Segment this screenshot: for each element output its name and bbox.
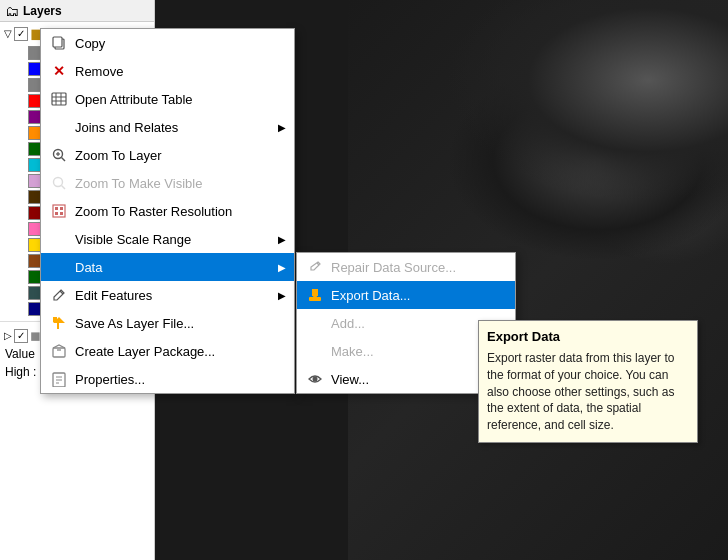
- menu-item-properties[interactable]: Properties...: [41, 365, 294, 393]
- edit-features-arrow: ▶: [278, 290, 286, 301]
- menu-item-visible-scale[interactable]: Visible Scale Range ▶: [41, 225, 294, 253]
- zoom-raster-label: Zoom To Raster Resolution: [75, 204, 286, 219]
- tooltip-title: Export Data: [487, 329, 689, 344]
- svg-rect-13: [53, 205, 65, 217]
- menu-item-zoom-visible[interactable]: Zoom To Make Visible: [41, 169, 294, 197]
- sm-checkbox[interactable]: [14, 329, 28, 343]
- expand-icon[interactable]: ▽: [2, 28, 14, 39]
- edit-features-icon: [49, 285, 69, 305]
- open-attr-label: Open Attribute Table: [75, 92, 286, 107]
- save-layer-icon: [49, 313, 69, 333]
- repair-label: Repair Data Source...: [331, 260, 507, 275]
- svg-rect-20: [312, 289, 318, 296]
- svg-rect-16: [55, 212, 58, 215]
- layer-checkbox[interactable]: [14, 27, 28, 41]
- remove-label: Remove: [75, 64, 286, 79]
- properties-icon: [49, 369, 69, 389]
- svg-line-8: [62, 158, 66, 162]
- submenu-item-repair[interactable]: Repair Data Source...: [297, 253, 515, 281]
- menu-item-open-attr[interactable]: Open Attribute Table: [41, 85, 294, 113]
- submenu-item-export[interactable]: Export Data...: [297, 281, 515, 309]
- menu-item-zoom-layer[interactable]: Zoom To Layer: [41, 141, 294, 169]
- copy-icon: [49, 33, 69, 53]
- menu-item-save-layer[interactable]: Save As Layer File...: [41, 309, 294, 337]
- joins-icon: [49, 117, 69, 137]
- menu-item-copy[interactable]: Copy: [41, 29, 294, 57]
- svg-rect-15: [60, 207, 63, 210]
- visible-scale-arrow: ▶: [278, 234, 286, 245]
- visible-scale-label: Visible Scale Range: [75, 232, 274, 247]
- svg-point-22: [313, 377, 318, 382]
- package-icon: [49, 341, 69, 361]
- joins-arrow: ▶: [278, 122, 286, 133]
- data-icon: [49, 257, 69, 277]
- save-layer-label: Save As Layer File...: [75, 316, 286, 331]
- svg-line-12: [62, 186, 66, 190]
- table-icon: [49, 89, 69, 109]
- tooltip-text: Export raster data from this layer to th…: [487, 350, 689, 434]
- zoom-raster-icon: [49, 201, 69, 221]
- sm-value-label: Value: [5, 347, 35, 361]
- export-icon: [305, 285, 325, 305]
- make-icon: [305, 341, 325, 361]
- zoom-visible-icon: [49, 173, 69, 193]
- visible-scale-icon: [49, 229, 69, 249]
- edit-features-label: Edit Features: [75, 288, 274, 303]
- remove-icon: ✕: [49, 61, 69, 81]
- menu-item-joins[interactable]: Joins and Relates ▶: [41, 113, 294, 141]
- context-menu: Copy ✕ Remove Open Attribute Table Joins…: [40, 28, 295, 394]
- zoom-visible-label: Zoom To Make Visible: [75, 176, 286, 191]
- properties-label: Properties...: [75, 372, 286, 387]
- export-label: Export Data...: [331, 288, 507, 303]
- create-pkg-label: Create Layer Package...: [75, 344, 286, 359]
- svg-rect-17: [60, 212, 63, 215]
- data-label: Data: [75, 260, 274, 275]
- tooltip-box: Export Data Export raster data from this…: [478, 320, 698, 443]
- layers-title: Layers: [23, 4, 62, 18]
- menu-item-edit-features[interactable]: Edit Features ▶: [41, 281, 294, 309]
- svg-rect-25: [53, 317, 57, 322]
- menu-item-zoom-raster[interactable]: Zoom To Raster Resolution: [41, 197, 294, 225]
- menu-item-remove[interactable]: ✕ Remove: [41, 57, 294, 85]
- svg-rect-1: [53, 37, 62, 47]
- joins-label: Joins and Relates: [75, 120, 274, 135]
- data-arrow: ▶: [278, 262, 286, 273]
- layers-header: 🗂 Layers: [0, 0, 154, 22]
- menu-item-data[interactable]: Data ▶ Repair Data Source... Export Data…: [41, 253, 294, 281]
- menu-item-create-pkg[interactable]: Create Layer Package...: [41, 337, 294, 365]
- sm-expand-icon[interactable]: ▷: [2, 330, 14, 341]
- repair-icon: [305, 257, 325, 277]
- svg-rect-14: [55, 207, 58, 210]
- svg-rect-2: [52, 93, 66, 105]
- view-icon: [305, 369, 325, 389]
- add-icon: [305, 313, 325, 333]
- layers-icon: 🗂: [5, 3, 19, 19]
- copy-label: Copy: [75, 36, 286, 51]
- zoom-layer-icon: [49, 145, 69, 165]
- zoom-layer-label: Zoom To Layer: [75, 148, 286, 163]
- svg-point-11: [54, 178, 63, 187]
